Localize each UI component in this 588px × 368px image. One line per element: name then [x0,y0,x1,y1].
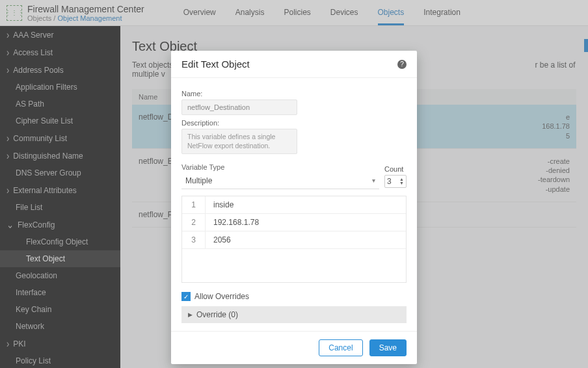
count-stepper[interactable]: 3 ▲▼ [384,175,407,188]
count-label: Count [384,165,407,173]
values-list: 1inside2192.168.1.7832056 [181,196,407,283]
value-index: 2 [182,214,206,231]
help-icon[interactable]: ? [397,60,407,69]
save-button[interactable]: Save [369,339,407,356]
stepper-arrows-icon[interactable]: ▲▼ [399,177,404,185]
override-label: Override (0) [196,310,238,319]
name-label: Name: [181,90,407,98]
override-expander[interactable]: ▶ Override (0) [181,306,407,323]
dialog-body: Name: netflow_Destination Description: T… [171,78,417,331]
value-row[interactable]: 32056 [182,231,406,249]
dialog-header: Edit Text Object ? [171,51,417,78]
description-field[interactable]: This variable defines a single NetFlow e… [181,129,297,154]
dialog-title: Edit Text Object [181,59,250,70]
description-label: Description: [181,119,407,127]
value-text[interactable]: 2056 [206,231,406,248]
modal-overlay: Edit Text Object ? Name: netflow_Destina… [0,0,588,368]
value-text[interactable]: inside [206,196,406,213]
allow-overrides-label: Allow Overrides [194,292,249,301]
chevron-right-icon: ▶ [188,311,193,318]
name-field[interactable]: netflow_Destination [181,99,297,115]
dialog-footer: Cancel Save [171,331,417,364]
edit-text-object-dialog: Edit Text Object ? Name: netflow_Destina… [171,51,417,364]
value-row[interactable]: 1inside [182,196,406,214]
variable-type-select-wrap[interactable]: Multiple [181,173,379,189]
cancel-button[interactable]: Cancel [319,339,362,356]
variable-type-row: Variable Type Multiple Count 3 ▲▼ [181,159,407,189]
value-row[interactable]: 2192.168.1.78 [182,214,406,231]
allow-overrides-row: ✓ Allow Overrides [181,292,407,301]
variable-type-select[interactable]: Multiple [181,173,379,189]
allow-overrides-checkbox[interactable]: ✓ [181,292,191,301]
variable-type-label: Variable Type [181,163,379,171]
value-index: 3 [182,231,206,248]
value-text[interactable]: 192.168.1.78 [206,214,406,231]
value-index: 1 [182,196,206,213]
count-value: 3 [387,177,392,186]
